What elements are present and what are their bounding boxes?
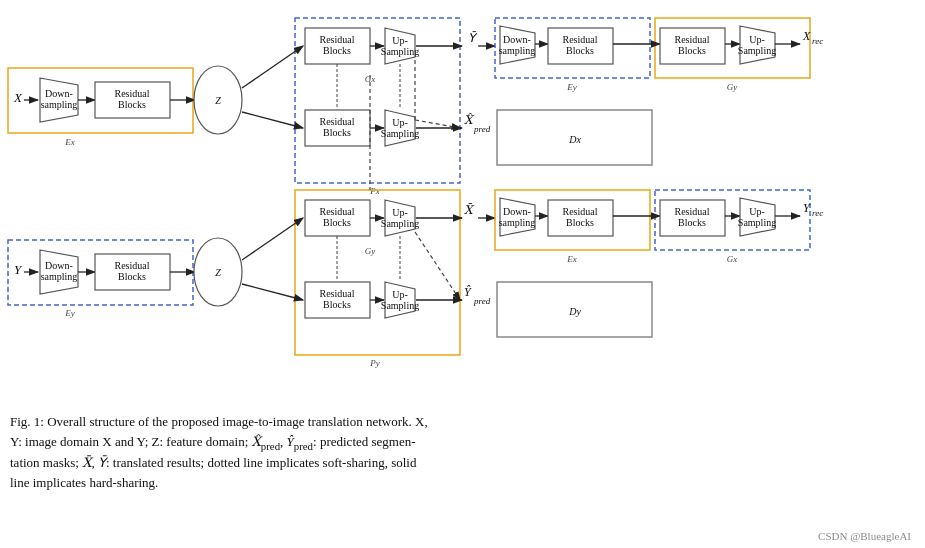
svg-text:X: X (13, 90, 23, 105)
svg-text:Gy: Gy (727, 82, 738, 92)
svg-line-101 (242, 284, 303, 300)
svg-text:Dx: Dx (568, 134, 581, 145)
svg-text:Blocks: Blocks (118, 271, 146, 282)
svg-text:pred: pred (473, 296, 491, 306)
svg-text:Dy: Dy (568, 306, 581, 317)
caption-area: Fig. 1: Overall structure of the propose… (10, 412, 915, 492)
svg-text:Down-: Down- (45, 88, 73, 99)
svg-text:Residual: Residual (115, 260, 150, 271)
svg-text:Residual: Residual (320, 34, 355, 45)
svg-text:sampling: sampling (41, 99, 78, 110)
svg-text:Up-: Up- (749, 206, 765, 217)
svg-text:Residual: Residual (563, 34, 598, 45)
caption-line3: tation masks; X̄, Ȳ: translated results;… (10, 453, 915, 473)
svg-text:Blocks: Blocks (323, 217, 351, 228)
svg-text:pred: pred (473, 124, 491, 134)
svg-text:Down-: Down- (503, 206, 531, 217)
watermark: CSDN @BlueagleAI (818, 530, 911, 542)
svg-text:rec: rec (812, 36, 823, 46)
svg-text:Y: Y (14, 262, 23, 277)
svg-text:Z: Z (215, 267, 221, 278)
svg-text:X̄: X̄ (464, 203, 475, 217)
svg-line-135 (415, 232, 460, 300)
svg-text:Sampling: Sampling (381, 128, 419, 139)
svg-text:sampling: sampling (41, 271, 78, 282)
svg-text:Residual: Residual (320, 288, 355, 299)
svg-text:Sampling: Sampling (738, 217, 776, 228)
svg-text:Down-: Down- (45, 260, 73, 271)
svg-text:Blocks: Blocks (566, 45, 594, 56)
svg-text:Ex: Ex (64, 137, 75, 147)
svg-text:Blocks: Blocks (678, 45, 706, 56)
caption-line4: line implicates hard-sharing. (10, 473, 915, 493)
svg-text:Up-: Up- (392, 117, 408, 128)
svg-text:Z: Z (215, 95, 221, 106)
svg-text:Ȳ: Ȳ (468, 31, 478, 45)
svg-text:Sampling: Sampling (381, 300, 419, 311)
svg-text:Blocks: Blocks (118, 99, 146, 110)
svg-line-100 (242, 218, 303, 260)
svg-text:Up-: Up- (749, 34, 765, 45)
svg-text:sampling: sampling (499, 217, 536, 228)
svg-text:Ex: Ex (566, 254, 577, 264)
svg-text:Up-: Up- (392, 35, 408, 46)
svg-text:Py: Py (369, 358, 380, 368)
svg-text:Gy: Gy (365, 246, 376, 256)
svg-text:Residual: Residual (320, 206, 355, 217)
svg-text:Blocks: Blocks (566, 217, 594, 228)
svg-text:Residual: Residual (675, 34, 710, 45)
svg-text:Up-: Up- (392, 207, 408, 218)
svg-text:Residual: Residual (320, 116, 355, 127)
svg-line-34 (242, 112, 303, 128)
svg-line-66 (415, 120, 460, 128)
svg-text:Down-: Down- (503, 34, 531, 45)
svg-text:sampling: sampling (499, 45, 536, 56)
svg-text:Ŷ: Ŷ (464, 285, 472, 299)
svg-line-33 (242, 46, 303, 88)
svg-text:Ey: Ey (566, 82, 577, 92)
svg-text:Residual: Residual (675, 206, 710, 217)
svg-text:Blocks: Blocks (323, 45, 351, 56)
svg-text:Ey: Ey (64, 308, 75, 318)
caption-line1: Fig. 1: Overall structure of the propose… (10, 412, 915, 432)
svg-text:rec: rec (812, 208, 823, 218)
svg-text:Up-: Up- (392, 289, 408, 300)
svg-text:Blocks: Blocks (323, 127, 351, 138)
svg-text:Sampling: Sampling (381, 218, 419, 229)
svg-text:X: X (802, 29, 811, 43)
svg-text:Px: Px (369, 186, 380, 196)
svg-text:Sampling: Sampling (381, 46, 419, 57)
svg-text:Blocks: Blocks (678, 217, 706, 228)
svg-text:Residual: Residual (115, 88, 150, 99)
svg-text:Sampling: Sampling (738, 45, 776, 56)
svg-text:Blocks: Blocks (323, 299, 351, 310)
caption-line2: Y: image domain X and Y; Z: feature doma… (10, 432, 915, 454)
svg-text:Residual: Residual (563, 206, 598, 217)
svg-text:Gx: Gx (727, 254, 738, 264)
diagram-area: Ex X Down- sampling Residual Blocks Z Px… (0, 0, 925, 410)
